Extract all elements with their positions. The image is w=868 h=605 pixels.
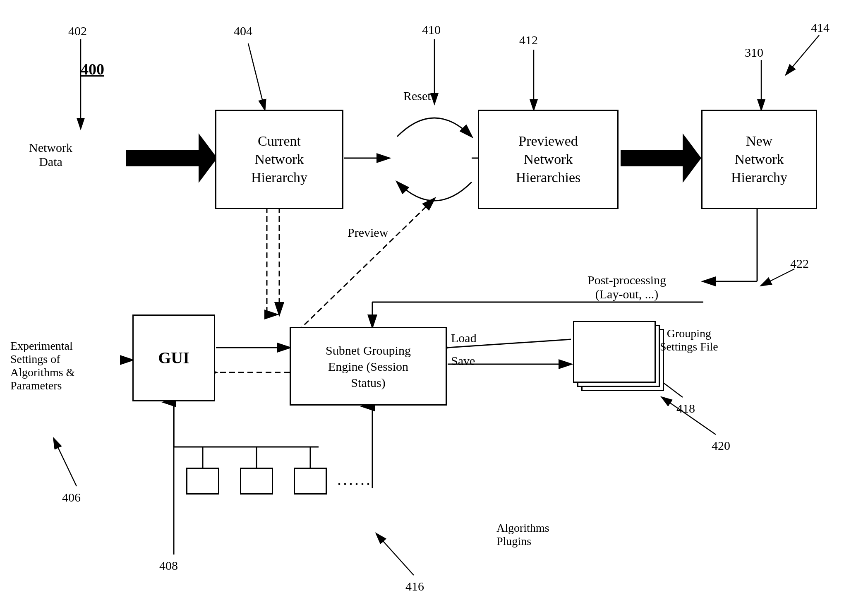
reset-label: Reset bbox=[403, 89, 431, 103]
plugin-box-3 bbox=[294, 468, 327, 495]
ref-416: 416 bbox=[405, 579, 424, 593]
ref-402: 402 bbox=[68, 24, 87, 38]
r406-arrow bbox=[54, 439, 77, 486]
plugin-box-2 bbox=[240, 468, 273, 495]
network-data-label: NetworkData bbox=[29, 141, 72, 169]
arrows-svg bbox=[0, 0, 868, 605]
reset-arrow-bottom bbox=[397, 182, 472, 201]
grouping-settings-label: GroupingSettings File bbox=[660, 327, 718, 353]
ref-410: 410 bbox=[422, 23, 441, 37]
r422-arrow bbox=[761, 269, 794, 286]
preview-dashed-arrow bbox=[298, 199, 434, 331]
diagram: 400 402 404 410 412 310 414 406 408 416 … bbox=[0, 0, 868, 605]
reset-arrow-top bbox=[397, 118, 472, 137]
algorithms-plugins-label: AlgorithmsPlugins bbox=[496, 521, 549, 548]
save-label: Save bbox=[451, 354, 475, 368]
ref-412: 412 bbox=[519, 33, 538, 47]
gui-box: GUI bbox=[132, 315, 215, 401]
exp-settings-label: ExperimentalSettings ofAlgorithms &Param… bbox=[10, 339, 75, 392]
plugin-box-1 bbox=[186, 468, 219, 495]
ref-422: 422 bbox=[790, 257, 809, 271]
previewed-to-new-arrow bbox=[621, 133, 701, 183]
preview-label: Preview bbox=[348, 226, 388, 240]
dots-label: ...... bbox=[337, 470, 372, 489]
ref-406: 406 bbox=[62, 490, 81, 504]
new-network-box: NewNetworkHierarchy bbox=[701, 110, 817, 209]
network-data-arrow bbox=[126, 133, 217, 183]
ref-418: 418 bbox=[676, 401, 695, 415]
post-processing-label: Post-processing(Lay-out, ...) bbox=[587, 273, 666, 301]
previewed-network-box: PreviewedNetworkHierarchies bbox=[478, 110, 619, 209]
diagram-title: 400 bbox=[81, 60, 104, 78]
ref-310: 310 bbox=[745, 46, 763, 60]
r416-arrow bbox=[376, 534, 414, 575]
r414-arrow bbox=[786, 35, 819, 74]
subnet-engine-box: Subnet GroupingEngine (SessionStatus) bbox=[290, 327, 447, 406]
r404-arrow bbox=[248, 43, 265, 110]
ref-404: 404 bbox=[234, 24, 252, 38]
current-network-box: CurrentNetworkHierarchy bbox=[215, 110, 343, 209]
load-label: Load bbox=[451, 331, 477, 345]
ref-414: 414 bbox=[811, 21, 830, 35]
ref-408: 408 bbox=[159, 559, 178, 573]
ref-420: 420 bbox=[712, 439, 730, 453]
